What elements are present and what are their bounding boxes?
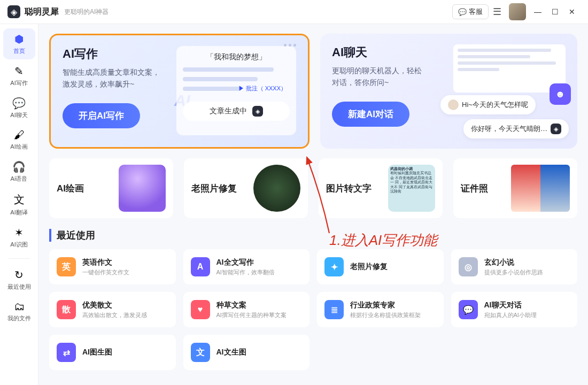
recent-item[interactable]: ≣行业政策专家根据行业名称提供政策框架 bbox=[317, 292, 444, 327]
recent-item-subtitle: 根据行业名称提供政策框架 bbox=[350, 311, 421, 319]
headphone-icon: 🎧 bbox=[12, 160, 26, 173]
id-thumb bbox=[511, 165, 570, 212]
sidebar: ⬢首页 ✎AI写作 💬AI聊天 🖌AI绘画 🎧Ai语音 文AI翻译 ✶AI识图 … bbox=[0, 24, 38, 385]
hero-chat-desc: 更聪明的聊天机器人，轻松 对话，答你所问~ bbox=[332, 65, 439, 89]
window-close-button[interactable]: ✕ bbox=[563, 3, 581, 20]
recent-item-title: 行业政策专家 bbox=[350, 301, 421, 310]
recent-item-title: 老照片修复 bbox=[350, 262, 388, 272]
start-ai-write-button[interactable]: 开启AI写作 bbox=[63, 103, 140, 128]
sidebar-item-label: Ai语音 bbox=[11, 175, 28, 183]
recent-item-subtitle: 宛如真人的AI小助理 bbox=[484, 311, 537, 319]
recent-grid: 英英语作文一键创作英文作文AAI全文写作AI智能写作，效率翻倍✦老照片修复◎玄幻… bbox=[49, 249, 577, 370]
feature-draw[interactable]: AI绘画 bbox=[49, 158, 173, 218]
feature-photo-restore[interactable]: 老照片修复 bbox=[184, 158, 308, 218]
sidebar-item-label: AI写作 bbox=[10, 79, 27, 87]
hamburger-menu-button[interactable]: ☰ bbox=[489, 3, 506, 20]
preview-note-label: ▶ 批注（ XXXX） bbox=[238, 84, 287, 93]
write-preview-panel: 「我和我的梦想」 ▶ 批注（ XXXX） 文章生成中 ◈ bbox=[176, 46, 296, 135]
user-face-icon bbox=[448, 99, 459, 110]
sidebar-item-ocr[interactable]: ✶AI识图 bbox=[3, 222, 35, 253]
chat-bubble-question: Hi~今天的天气怎样呢 bbox=[440, 95, 536, 114]
sidebar-item-chat[interactable]: 💬AI聊天 bbox=[3, 93, 35, 124]
recent-item-icon: ≣ bbox=[324, 300, 344, 319]
feature-title: 图片转文字 bbox=[326, 182, 372, 195]
feature-ocr[interactable]: 图片转文字武昌街的小调有时候到重庆随意买书总会 不自觉地跑武昌街去走一 回，最近… bbox=[319, 158, 443, 218]
chat-icon: 💬 bbox=[458, 8, 467, 16]
scan-icon: ✶ bbox=[14, 226, 24, 239]
recent-item-title: 玄幻小说 bbox=[484, 258, 543, 267]
recent-item[interactable]: ✦老照片修复 bbox=[317, 249, 444, 284]
recent-item-title: 英语作文 bbox=[82, 258, 129, 267]
recent-item[interactable]: 文AI文生图 bbox=[183, 335, 310, 370]
recent-item-icon: 💬 bbox=[459, 300, 478, 319]
recent-item[interactable]: 散优美散文高效输出散文，激发灵感 bbox=[49, 292, 176, 327]
recent-item-title: AI文生图 bbox=[216, 348, 246, 357]
sidebar-item-recent[interactable]: ↻最近使用 bbox=[3, 264, 35, 295]
hero-write-title: AI写作 bbox=[63, 46, 170, 62]
window-minimize-button[interactable]: — bbox=[529, 3, 546, 20]
logo-icon: ◈ bbox=[252, 106, 263, 117]
app-subtitle: 更聪明的AI神器 bbox=[64, 7, 109, 17]
recent-section-title: 最近使用 bbox=[49, 229, 577, 242]
recent-item-title: 种草文案 bbox=[216, 301, 287, 310]
recent-item-icon: A bbox=[191, 257, 210, 276]
new-ai-chat-button[interactable]: 新建AI对话 bbox=[332, 102, 409, 127]
sidebar-item-label: 首页 bbox=[13, 47, 25, 55]
recent-item-icon: 英 bbox=[57, 257, 76, 276]
hero-ai-write[interactable]: AI写作 智能生成高质量文章和文案， 激发灵感，效率飙升~ 开启AI写作 AI … bbox=[49, 34, 310, 149]
sidebar-item-write[interactable]: ✎AI写作 bbox=[3, 60, 35, 91]
user-avatar[interactable] bbox=[509, 3, 526, 20]
ocr-thumb: 武昌街的小调有时候到重庆随意买书总会 不自觉地跑武昌街去走一 回，最近发现武昌街… bbox=[388, 165, 435, 212]
sidebar-item-label: AI翻译 bbox=[10, 209, 27, 217]
logo-icon: ◈ bbox=[551, 124, 561, 134]
sidebar-item-label: AI聊天 bbox=[10, 111, 27, 119]
sidebar-item-label: AI识图 bbox=[10, 241, 27, 249]
feature-title: AI绘画 bbox=[57, 182, 84, 195]
recent-item[interactable]: 英英语作文一键创作英文作文 bbox=[49, 249, 176, 284]
titlebar: ◈ 聪明灵犀 更聪明的AI神器 💬 客服 ☰ — ☐ ✕ bbox=[0, 0, 588, 24]
recent-item-title: AI图生图 bbox=[82, 348, 112, 357]
recent-item[interactable]: AAI全文写作AI智能写作，效率翻倍 bbox=[183, 249, 310, 284]
customer-service-button[interactable]: 💬 客服 bbox=[452, 4, 489, 19]
sidebar-item-translate[interactable]: 文AI翻译 bbox=[3, 188, 35, 221]
sidebar-item-label: 我的文件 bbox=[7, 314, 31, 322]
hero-ai-chat[interactable]: AI聊天 更聪明的聊天机器人，轻松 对话，答你所问~ 新建AI对话 ☻ Hi~今… bbox=[320, 34, 577, 149]
recent-item-icon: 文 bbox=[191, 343, 210, 362]
sidebar-item-draw[interactable]: 🖌AI绘画 bbox=[3, 125, 35, 155]
preview-doc-title: 「我和我的梦想」 bbox=[183, 52, 290, 62]
recent-item-subtitle: 一键创作英文作文 bbox=[82, 268, 129, 276]
feature-row: AI绘画 老照片修复 图片转文字武昌街的小调有时候到重庆随意买书总会 不自觉地跑… bbox=[49, 158, 577, 218]
content: AI写作 智能生成高质量文章和文案， 激发灵感，效率飙升~ 开启AI写作 AI … bbox=[38, 24, 588, 385]
chat-icon: 💬 bbox=[12, 97, 26, 110]
customer-service-label: 客服 bbox=[469, 7, 483, 17]
recent-item-title: 优美散文 bbox=[82, 301, 147, 310]
recent-item-subtitle: AI智能写作，效率翻倍 bbox=[216, 268, 275, 276]
app-logo: ◈ bbox=[7, 5, 20, 18]
app-name: 聪明灵犀 bbox=[25, 6, 59, 18]
recent-item[interactable]: 💬AI聊天对话宛如真人的AI小助理 bbox=[451, 292, 578, 327]
sidebar-item-files[interactable]: 🗂我的文件 bbox=[3, 296, 35, 327]
recent-item[interactable]: ⇄AI图生图 bbox=[49, 335, 176, 370]
recent-item-icon: ⇄ bbox=[57, 343, 76, 362]
brush-icon: 🖌 bbox=[14, 129, 25, 141]
recent-item[interactable]: ♥种草文案AI撰写任何主题的种草文案 bbox=[183, 292, 310, 327]
feature-id-photo[interactable]: 证件照 bbox=[453, 158, 577, 218]
recent-item-subtitle: 高效输出散文，激发灵感 bbox=[82, 311, 147, 319]
folder-icon: 🗂 bbox=[14, 301, 25, 313]
home-icon: ⬢ bbox=[14, 33, 24, 45]
recent-item-icon: ◎ bbox=[459, 257, 478, 276]
sidebar-item-voice[interactable]: 🎧Ai语音 bbox=[3, 156, 35, 187]
sidebar-item-label: AI绘画 bbox=[10, 143, 27, 151]
recent-item-icon: 散 bbox=[57, 300, 76, 319]
recent-item[interactable]: ◎玄幻小说提供更多小说创作思路 bbox=[451, 249, 578, 284]
photo-thumb bbox=[253, 165, 300, 212]
window-maximize-button[interactable]: ☐ bbox=[546, 3, 563, 20]
chat-bubble-answer: 你好呀，今天天气晴朗…◈ bbox=[463, 119, 569, 138]
recent-item-title: AI全文写作 bbox=[216, 258, 275, 267]
pen-icon: ✎ bbox=[14, 65, 24, 78]
recent-item-icon: ♥ bbox=[191, 300, 210, 319]
sidebar-item-home[interactable]: ⬢首页 bbox=[3, 28, 35, 59]
draw-thumb bbox=[119, 165, 166, 212]
chat-preview-panel: ☻ Hi~今天的天气怎样呢 你好呀，今天天气晴朗…◈ bbox=[446, 44, 566, 137]
hero-chat-title: AI聊天 bbox=[332, 44, 439, 60]
